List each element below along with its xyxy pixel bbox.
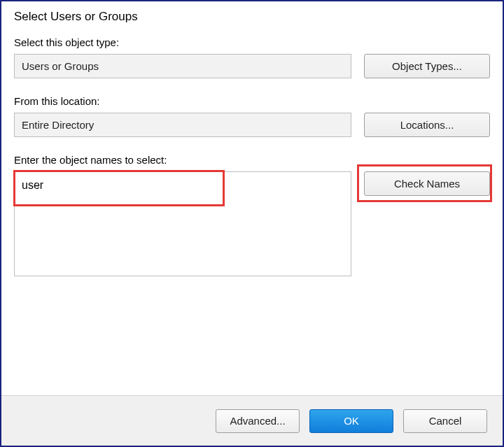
location-field: Entire Directory [14,113,351,137]
entry-label: Enter the object names to select: [14,154,490,166]
object-names-input[interactable] [14,171,351,276]
dialog-title: Select Users or Groups [14,10,490,24]
advanced-button[interactable]: Advanced... [216,409,300,433]
dialog-footer: Advanced... OK Cancel [1,395,503,446]
ok-button[interactable]: OK [309,409,393,433]
check-names-button[interactable]: Check Names [364,171,490,196]
object-type-label: Select this object type: [14,36,490,48]
location-label: From this location: [14,95,490,107]
cancel-button[interactable]: Cancel [403,409,487,433]
object-type-field: Users or Groups [14,54,351,78]
locations-button[interactable]: Locations... [364,113,490,137]
object-types-button[interactable]: Object Types... [364,54,490,78]
dialog-window: Select Users or Groups Select this objec… [0,0,504,447]
dialog-content: Select Users or Groups Select this objec… [1,1,503,395]
